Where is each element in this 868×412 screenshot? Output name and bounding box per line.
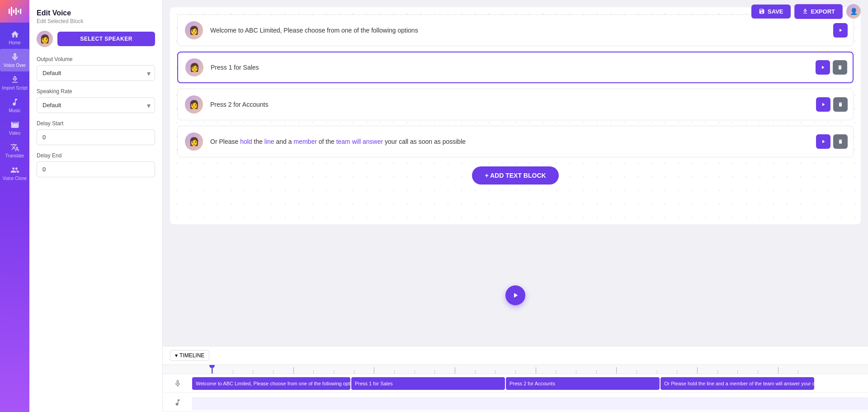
- text-block-3[interactable]: 👩 Press 2 for Accounts: [177, 89, 854, 120]
- sidebar-label-voice-over: Voice Over: [4, 63, 26, 68]
- play-icon-2: [820, 65, 826, 70]
- export-label: EXPORT: [811, 8, 835, 15]
- save-button[interactable]: SAVE: [751, 5, 790, 19]
- timeline-label: TIMELINE: [179, 352, 204, 359]
- sidebar-item-video[interactable]: Video: [0, 117, 29, 139]
- sidebar-label-translate: Translate: [5, 153, 24, 158]
- timeline-tracks: Welcome to ABC Limited, Please choose fr…: [163, 374, 868, 412]
- svg-rect-1: [11, 7, 12, 16]
- tick: [778, 367, 798, 374]
- tick: [515, 370, 536, 374]
- timeline-section: ▾ TIMELINE: [163, 346, 868, 412]
- sidebar-item-voice-over[interactable]: Voice Over: [0, 49, 29, 71]
- delete-icon-3: [838, 139, 843, 144]
- delay-end-input[interactable]: [37, 161, 155, 177]
- tick: [657, 370, 677, 374]
- highlight-answer: answer: [363, 138, 383, 145]
- sidebar-label-voice-clone: Voice Clone: [3, 176, 27, 181]
- block-3-avatar: 👩: [185, 95, 203, 114]
- tick: [415, 370, 435, 374]
- tick: [354, 370, 374, 374]
- timeline-ticks: [163, 365, 868, 374]
- tick: [637, 370, 657, 374]
- tick: [212, 367, 233, 374]
- svg-rect-3: [15, 8, 17, 15]
- block-2-delete-button[interactable]: [833, 60, 847, 75]
- block-2-actions: [816, 60, 847, 75]
- tick: [576, 370, 596, 374]
- delay-start-input[interactable]: [37, 129, 155, 145]
- block-3-delete-button[interactable]: [833, 97, 848, 112]
- svg-rect-0: [9, 9, 10, 14]
- delete-icon-2: [838, 102, 843, 107]
- sidebar: Home Voice Over Import Script Music Vide…: [0, 0, 29, 412]
- app-logo: [0, 0, 29, 23]
- main-area: SAVE EXPORT 👤 👩 Welcome to ABC Limited, …: [163, 0, 868, 412]
- export-button[interactable]: EXPORT: [794, 4, 843, 19]
- tick: [334, 370, 354, 374]
- svg-rect-4: [18, 10, 19, 13]
- sidebar-label-video: Video: [9, 131, 20, 136]
- export-icon: [802, 8, 808, 14]
- block-2-play-button[interactable]: [816, 60, 830, 75]
- tick: [475, 370, 495, 374]
- sidebar-item-home[interactable]: Home: [0, 26, 29, 49]
- tick: [374, 367, 394, 374]
- panel-title: Edit Voice: [37, 9, 155, 17]
- block-4-delete-button[interactable]: [833, 134, 848, 149]
- playhead: [212, 365, 212, 374]
- voice-segment-4[interactable]: Or Please hold the line and a member of …: [660, 377, 814, 390]
- tick: [313, 370, 334, 374]
- play-icon-4: [821, 139, 826, 144]
- speaking-rate-wrapper: Default ▾: [37, 97, 155, 113]
- tick: [253, 370, 273, 374]
- voice-segment-2[interactable]: Press 1 for Sales: [351, 377, 505, 390]
- voice-segment-3[interactable]: Press 2 for Accounts: [506, 377, 660, 390]
- tick: [556, 370, 576, 374]
- output-volume-label: Output Volume: [37, 56, 155, 62]
- microphone-icon: [163, 379, 192, 388]
- music-track-icon: [163, 398, 192, 407]
- highlight-line: line: [264, 138, 274, 145]
- block-3-actions: [816, 97, 848, 112]
- chevron-up-icon: ▾: [175, 352, 178, 359]
- block-1-play-button[interactable]: [833, 23, 848, 38]
- tick: [737, 370, 758, 374]
- block-3-text: Press 2 for Accounts: [210, 100, 816, 109]
- panel-subtitle: Edit Selected Block: [37, 18, 155, 24]
- text-block-4[interactable]: 👩 Or Please hold the line and a member o…: [177, 126, 854, 157]
- block-3-play-button[interactable]: [816, 97, 830, 112]
- tick: [798, 370, 818, 374]
- global-play-button[interactable]: [505, 285, 525, 305]
- sidebar-label-home: Home: [9, 40, 21, 45]
- left-panel: Edit Voice Edit Selected Block 👩 SELECT …: [29, 0, 163, 412]
- sidebar-item-voice-clone[interactable]: Voice Clone: [0, 162, 29, 185]
- block-4-play-button[interactable]: [816, 134, 830, 149]
- add-text-block-button[interactable]: + ADD TEXT BLOCK: [472, 166, 558, 185]
- svg-rect-5: [20, 9, 21, 14]
- timeline-ruler: [163, 365, 868, 374]
- sidebar-label-import-script: Import Script: [2, 85, 28, 90]
- speaking-rate-select[interactable]: Default: [37, 97, 155, 113]
- text-block-2[interactable]: 👩 Press 1 for Sales: [177, 52, 854, 83]
- sidebar-item-music[interactable]: Music: [0, 94, 29, 117]
- voice-segment-1[interactable]: Welcome to ABC Limited, Please choose fr…: [192, 377, 350, 390]
- save-label: SAVE: [768, 8, 783, 15]
- timeline-toggle-button[interactable]: ▾ TIMELINE: [170, 350, 209, 361]
- tick: [455, 367, 475, 374]
- select-speaker-button[interactable]: SELECT SPEAKER: [57, 32, 155, 46]
- block-2-avatar: 👩: [185, 58, 203, 76]
- sidebar-item-import-script[interactable]: Import Script: [0, 71, 29, 94]
- voice-segments: Welcome to ABC Limited, Please choose fr…: [192, 376, 868, 391]
- tick: [758, 370, 778, 374]
- output-volume-select[interactable]: Default: [37, 65, 155, 81]
- tick: [293, 367, 314, 374]
- user-avatar[interactable]: 👤: [846, 4, 861, 19]
- play-icon-3: [821, 102, 826, 107]
- block-4-avatar: 👩: [185, 133, 203, 151]
- svg-rect-2: [13, 9, 14, 13]
- output-volume-wrapper: Default ▾: [37, 65, 155, 81]
- sidebar-item-translate[interactable]: Translate: [0, 139, 29, 162]
- speaking-rate-label: Speaking Rate: [37, 88, 155, 95]
- music-segment: [192, 397, 868, 410]
